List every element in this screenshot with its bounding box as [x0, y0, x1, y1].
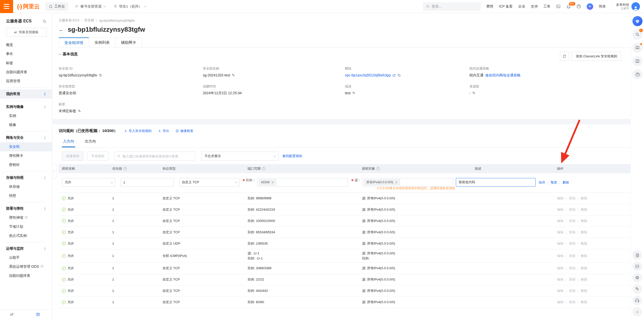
sidebar-item-安全组[interactable]: 安全组 — [0, 142, 52, 151]
row-action-删除[interactable]: 删除 — [581, 207, 587, 212]
priority-input[interactable] — [120, 178, 174, 187]
row-action-删除[interactable]: 删除 — [581, 253, 587, 258]
support-headset-icon[interactable] — [632, 296, 642, 305]
sidebar-item-弹性网卡[interactable]: 弹性网卡 — [0, 151, 52, 160]
delete-button[interactable]: 删除 — [562, 180, 569, 185]
sidebar-item-自助问题排查[interactable]: 自助问题排查 — [0, 271, 52, 280]
help-icon[interactable]: ? — [262, 167, 265, 170]
edit-icon[interactable]: ✎ — [352, 91, 355, 95]
sidebar-item-事件[interactable]: 事件 — [0, 50, 52, 59]
row-action-复制[interactable]: 复制 — [569, 230, 575, 235]
preview-button[interactable]: 预览 — [551, 180, 557, 185]
vpc-link[interactable]: vpc-bp1axu5q5f2z0ql9wh3pp — [345, 73, 391, 77]
edit-icon[interactable]: ✎ — [232, 73, 235, 77]
tab-outbound[interactable]: 出方向 — [84, 137, 97, 147]
row-action-编辑[interactable]: 编辑 — [557, 300, 564, 305]
row-action-删除[interactable]: 删除 — [581, 230, 587, 235]
row-action-编辑[interactable]: 编辑 — [557, 241, 564, 246]
back-arrow-icon[interactable]: ← — [59, 27, 64, 32]
swap-version-icon[interactable]: ⇄ — [10, 312, 13, 317]
row-action-复制[interactable]: 复制 — [569, 288, 575, 293]
policy-select[interactable]: 允许 — [62, 178, 115, 187]
menu-ticket[interactable]: 工单 — [543, 4, 550, 9]
quick-add-button[interactable]: 快速添加 — [62, 152, 84, 161]
row-action-编辑[interactable]: 编辑 — [557, 218, 564, 223]
row-action-编辑[interactable]: 编辑 — [557, 196, 564, 201]
sidebar-group-网络与安全[interactable]: 网络与安全⋮ — [0, 133, 52, 142]
more-dots-icon[interactable]: ⋮ — [43, 136, 47, 140]
row-action-编辑[interactable]: 编辑 — [557, 230, 564, 235]
row-action-编辑[interactable]: 编辑 — [557, 277, 564, 282]
dock-collapse-icon[interactable]: › — [632, 307, 642, 316]
sidebar-item-快照[interactable]: 快照 — [0, 191, 52, 200]
more-dots-icon[interactable]: ⋮ — [43, 176, 47, 180]
remove-tag-icon[interactable]: ✕ — [395, 180, 397, 184]
more-dots-icon[interactable]: ⋮ — [43, 207, 47, 211]
sidebar-collapse-handle[interactable]: ‹ — [52, 164, 57, 178]
checklist-icon[interactable] — [632, 56, 642, 66]
edit-icon[interactable]: ✎ — [78, 109, 81, 113]
sidebar-item-弹性伸缩[interactable]: 弹性伸缩 — [0, 213, 52, 222]
import-rules-link[interactable]: 导入安全组规则 — [124, 129, 151, 133]
row-action-编辑[interactable]: 编辑 — [557, 288, 564, 293]
row-action-复制[interactable]: 复制 — [569, 266, 575, 271]
menu-enterprise[interactable]: 企业 — [518, 4, 525, 9]
copy-icon[interactable] — [397, 74, 401, 77]
menu-icp[interactable]: ICP 备案 — [499, 4, 513, 9]
export-link[interactable]: 导出 — [158, 129, 169, 133]
row-action-复制[interactable]: 复制 — [569, 300, 575, 305]
document-icon[interactable] — [632, 250, 642, 260]
manual-add-button[interactable]: 手动添加 — [87, 152, 109, 161]
settings-gear-icon[interactable]: ⚙ — [632, 273, 642, 283]
sidebar-item-块存储[interactable]: 块存储 — [0, 182, 52, 191]
row-action-编辑[interactable]: 编辑 — [557, 253, 564, 258]
docs-panel-icon[interactable] — [36, 312, 40, 316]
sidebar-item-密钥对[interactable]: 密钥对 — [0, 160, 52, 169]
help-icon[interactable]: ? — [376, 167, 380, 170]
add-classiclink-rule-button[interactable]: 添加 ClassicLink 安全组规则 — [572, 52, 621, 61]
app-center-icon[interactable]: ✦ — [587, 3, 593, 10]
cloudshell-icon[interactable] — [556, 4, 561, 9]
breadcrumb-ecs[interactable]: 云服务器 ECS — [59, 18, 79, 23]
sidebar-item-系统运维管理 OOS[interactable]: 系统运维管理 OOS — [0, 262, 52, 271]
remove-tag-icon[interactable]: ✕ — [271, 180, 274, 184]
row-action-复制[interactable]: 复制 — [569, 196, 575, 201]
row-action-删除[interactable]: 删除 — [581, 300, 587, 305]
sidebar-group-存储与快照[interactable]: 存储与快照⋮ — [0, 173, 52, 182]
row-action-编辑[interactable]: 编辑 — [557, 266, 564, 271]
sidebar-search-icon[interactable] — [43, 19, 47, 23]
merge-filter-select[interactable]: 不合并展示 — [201, 152, 278, 161]
row-action-复制[interactable]: 复制 — [569, 241, 575, 246]
more-dots-icon[interactable]: ⋮ — [43, 92, 47, 96]
row-action-删除[interactable]: 删除 — [581, 196, 587, 201]
row-action-编辑[interactable]: 编辑 — [557, 207, 564, 212]
sidebar-item-应用管理[interactable]: 应用管理 — [0, 77, 52, 86]
row-action-复制[interactable]: 复制 — [569, 253, 575, 258]
copy-icon[interactable] — [99, 74, 102, 77]
tab-secondary-eni[interactable]: 辅助网卡 — [115, 37, 142, 48]
edit-icon[interactable]: ✎ — [472, 91, 475, 95]
switch-simple-version-button[interactable]: ⇄ 切换至简捷版 — [6, 28, 47, 36]
avatar[interactable] — [631, 2, 640, 11]
feedback-pencil-icon[interactable]: ✎ — [632, 284, 642, 294]
api-icon[interactable]: API — [632, 262, 642, 271]
tab-security-group-detail[interactable]: 安全组详情 — [59, 37, 89, 48]
sidebar-item-镜像[interactable]: 镜像 — [0, 120, 52, 129]
tab-instance-list[interactable]: 实例列表 — [89, 37, 115, 48]
more-dots-icon[interactable]: ⋮ — [43, 247, 47, 251]
row-action-复制[interactable]: 复制 — [569, 218, 575, 223]
resource-scope-dropdown[interactable]: 账号全部资源 — [75, 4, 105, 9]
teach-config-link[interactable]: 教我配置规则 — [283, 154, 302, 158]
region-dropdown[interactable]: 华东1（杭州） — [114, 4, 146, 9]
sidebar-item-自助问题排查[interactable]: 自助问题排查 — [0, 68, 52, 77]
external-link-icon[interactable] — [392, 74, 396, 77]
modify-intra-policy-link[interactable]: 修改组内网络连通策略 — [485, 73, 520, 78]
help-icon[interactable] — [576, 4, 581, 9]
menu-support[interactable]: 支持 — [531, 4, 538, 9]
sidebar-item-标签[interactable]: 标签 — [0, 59, 52, 68]
language-switch[interactable]: 简体 — [599, 4, 606, 9]
sidebar-item-云助手[interactable]: 云助手 — [0, 253, 52, 262]
sidebar-group-实例与镜像[interactable]: 实例与镜像⋮ — [0, 102, 52, 111]
more-dots-icon[interactable]: ⋮ — [43, 105, 47, 109]
sidebar-group-部署与弹性[interactable]: 部署与弹性⋮ — [0, 204, 52, 213]
